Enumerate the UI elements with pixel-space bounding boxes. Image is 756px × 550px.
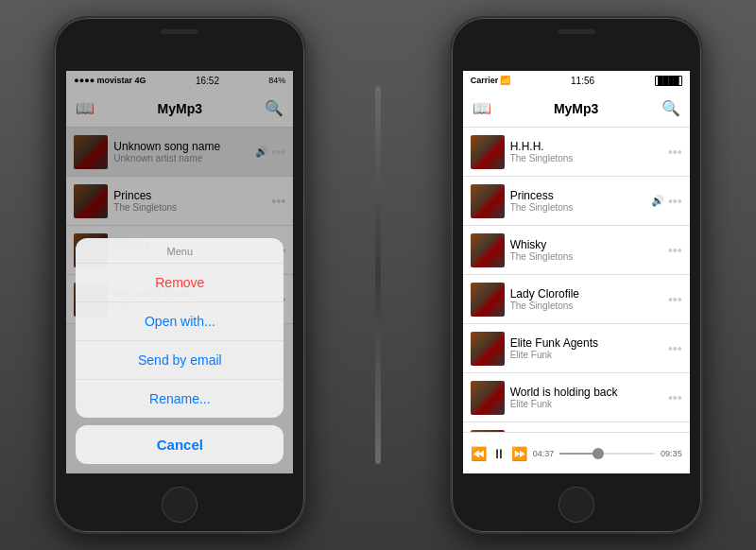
action-send-email[interactable]: Send by email [76, 341, 284, 380]
action-sheet-cancel: Cancel [76, 425, 284, 464]
right-artist-5: Elite Funk [510, 350, 662, 360]
right-info-6: World is holding back Elite Funk [505, 386, 668, 409]
right-info-3: Whisky The Singletons [505, 238, 668, 262]
action-sheet-title: Menu [76, 238, 284, 264]
right-artist-6: Elite Funk [510, 399, 662, 409]
right-song-list: H.H.H. The Singletons ••• Princess The S… [463, 128, 690, 432]
left-phone: ●●●● movistar 4G 16:52 84% 📖 MyMp3 🔍 [53, 16, 306, 534]
right-song-item-4[interactable]: Lady Clorofile The Singletons ••• [463, 275, 690, 324]
cancel-button[interactable]: Cancel [76, 425, 284, 464]
action-remove[interactable]: Remove [76, 264, 284, 302]
rewind-btn[interactable]: ⏪ [471, 446, 487, 461]
right-song-item-5[interactable]: Elite Funk Agents Elite Funk ••• [463, 324, 690, 373]
action-sheet-main: Menu Remove Open with... Send by email R… [76, 238, 284, 418]
right-phone: Carrier 📶 11:56 ████ 📖 MyMp3 🔍 [450, 16, 703, 534]
forward-btn[interactable]: ⏩ [511, 446, 527, 461]
right-artist-4: The Singletons [510, 301, 662, 311]
right-info-2: Princess The Singletons [505, 189, 651, 213]
scene: ●●●● movistar 4G 16:52 84% 📖 MyMp3 🔍 [0, 0, 756, 550]
right-info-4: Lady Clorofile The Singletons [505, 287, 668, 311]
right-thumb-1 [471, 135, 505, 169]
right-thumb-3 [471, 233, 505, 267]
right-more-3[interactable]: ••• [668, 244, 682, 257]
action-sheet: Menu Remove Open with... Send by email R… [76, 238, 284, 464]
right-more-5[interactable]: ••• [668, 342, 682, 355]
right-carrier: Carrier 📶 [471, 76, 511, 85]
right-more-6[interactable]: ••• [668, 391, 682, 404]
right-song-item-3[interactable]: Whisky The Singletons ••• [463, 226, 690, 275]
progress-bar[interactable] [559, 453, 655, 455]
right-more-4[interactable]: ••• [668, 293, 682, 306]
right-nav-bar: 📖 MyMp3 🔍 [463, 90, 690, 128]
right-info-5: Elite Funk Agents Elite Funk [505, 336, 668, 360]
right-time: 11:56 [571, 76, 594, 86]
right-name-5: Elite Funk Agents [510, 336, 662, 350]
progress-thumb[interactable] [593, 448, 604, 459]
right-artist-1: The Singletons [510, 153, 662, 163]
right-more-2[interactable]: ••• [668, 195, 682, 208]
right-speaker-2: 🔊 [651, 195, 664, 207]
right-status-bar: Carrier 📶 11:56 ████ [463, 71, 690, 90]
right-screen: Carrier 📶 11:56 ████ 📖 MyMp3 🔍 [463, 71, 690, 473]
right-info-1: H.H.H. The Singletons [505, 140, 668, 163]
total-time: 09:35 [661, 449, 682, 458]
right-song-item-7[interactable]: Buena Vida Elite Funk ••• [463, 422, 690, 432]
right-name-4: Lady Clorofile [510, 287, 662, 301]
right-song-item-6[interactable]: World is holding back Elite Funk ••• [463, 373, 690, 422]
right-name-2: Princess [510, 189, 645, 202]
right-name-3: Whisky [510, 238, 662, 251]
right-song-item-2[interactable]: Princess The Singletons 🔊 ••• [463, 177, 690, 226]
battery-level: ████ [655, 76, 682, 86]
action-open-with[interactable]: Open with... [76, 302, 284, 341]
phone-divider [375, 86, 381, 464]
right-name-6: World is holding back [510, 386, 662, 399]
right-name-1: H.H.H. [510, 140, 662, 153]
right-thumb-6 [471, 381, 505, 415]
right-more-1[interactable]: ••• [668, 146, 682, 159]
right-artist-2: The Singletons [510, 202, 645, 213]
current-time: 04:37 [533, 449, 555, 458]
right-artist-3: The Singletons [510, 251, 662, 262]
right-thumb-2 [471, 184, 505, 218]
right-battery: ████ [655, 76, 682, 86]
right-search-icon[interactable]: 🔍 [662, 99, 680, 117]
pause-btn[interactable]: ⏸ [492, 446, 506, 461]
right-nav-title: MyMp3 [554, 101, 598, 116]
right-book-icon[interactable]: 📖 [472, 99, 491, 117]
context-menu-overlay: Menu Remove Open with... Send by email R… [66, 71, 293, 473]
right-song-item-1[interactable]: H.H.H. The Singletons ••• [463, 128, 690, 177]
right-actions-2: 🔊 ••• [651, 195, 682, 208]
right-thumb-4 [471, 283, 505, 317]
left-screen: ●●●● movistar 4G 16:52 84% 📖 MyMp3 🔍 [66, 71, 293, 473]
right-thumb-5 [471, 332, 505, 366]
player-bar: ⏪ ⏸ ⏩ 04:37 09:35 [463, 432, 690, 473]
action-rename[interactable]: Rename... [76, 380, 284, 418]
